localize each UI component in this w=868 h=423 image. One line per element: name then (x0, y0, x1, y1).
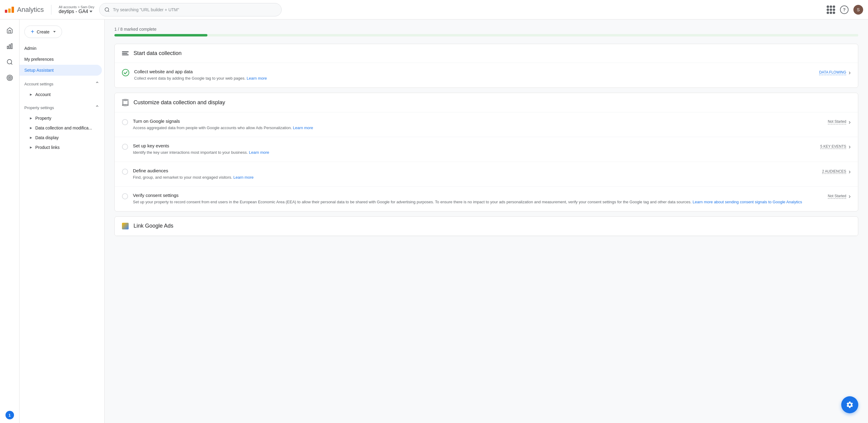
signals-learn-more-link[interactable]: Learn more (293, 126, 313, 130)
audiences-learn-more-link[interactable]: Learn more (233, 175, 253, 180)
create-button[interactable]: + Create (24, 26, 62, 38)
card-header-google-ads: Link Google Ads (115, 217, 858, 236)
search-bar[interactable]: Try searching "URL builder + UTM" (99, 3, 282, 17)
sidebar-item-product-links[interactable]: ► Product links (20, 142, 104, 152)
settings-fab[interactable] (841, 396, 858, 413)
app-name: Analytics (17, 6, 44, 14)
create-dropdown-icon (53, 31, 56, 33)
sidebar-item-setup-assistant[interactable]: Setup Assistant (20, 65, 102, 76)
section2-title: Customize data collection and display (133, 99, 225, 106)
consent-status: Not Started › (828, 193, 851, 200)
search-icon (104, 7, 110, 12)
search-explore-icon (6, 59, 13, 65)
account-label: Account (35, 92, 51, 97)
setup-assistant-label: Setup Assistant (24, 68, 54, 73)
logo-icon (5, 7, 14, 13)
key-events-status: 5 KEY EVENTS › (820, 143, 851, 150)
account-expand-icon: ► (29, 92, 33, 97)
consent-chevron-icon: › (848, 193, 851, 200)
nav-advertising-button[interactable] (2, 70, 17, 85)
consent-content: Verify consent settings Set up your prop… (133, 193, 823, 205)
sidebar-item-data-collection[interactable]: ► Data collection and modifica... (20, 123, 104, 133)
key-events-status-text: 5 KEY EVENTS (820, 144, 846, 149)
svg-line-6 (11, 63, 12, 64)
svg-point-0 (105, 8, 108, 11)
audiences-desc: Find, group, and remarket to your most e… (133, 174, 817, 181)
property-settings-section[interactable]: Property settings ⌃ (20, 102, 104, 113)
sidebar: + Create Admin My preferences Setup Assi… (20, 20, 104, 423)
progress-label: 1 / 8 marked complete (114, 27, 858, 32)
signals-desc: Access aggregated data from people with … (133, 125, 823, 131)
apps-icon[interactable] (827, 5, 835, 14)
nav-badge[interactable]: 1 (5, 411, 14, 419)
consent-title: Verify consent settings (133, 193, 823, 198)
header-divider (51, 5, 52, 14)
svg-rect-3 (9, 45, 10, 48)
key-events-desc: Identify the key user interactions most … (133, 150, 815, 156)
data-display-label: Data display (35, 135, 59, 140)
svg-point-5 (7, 60, 11, 64)
sidebar-item-property[interactable]: ► Property (20, 113, 104, 123)
progress-bar-fill (114, 34, 208, 36)
sidebar-item-preferences[interactable]: My preferences (20, 54, 104, 65)
signals-chevron-icon: › (848, 119, 851, 126)
nav-home-button[interactable] (2, 23, 17, 38)
collect-data-row[interactable]: Collect website and app data Collect eve… (115, 63, 858, 88)
signals-content: Turn on Google signals Access aggregated… (133, 119, 823, 131)
header-right: ? S (827, 5, 863, 14)
preferences-label: My preferences (24, 57, 54, 62)
collect-data-chevron-icon: › (848, 69, 851, 76)
consent-status-text: Not Started (828, 194, 846, 199)
collect-data-learn-more-link[interactable]: Learn more (247, 76, 267, 80)
search-placeholder: Try searching "URL builder + UTM" (113, 7, 179, 12)
account-selector[interactable]: All accounts > Sam Dey deytips - GA4 (59, 5, 94, 14)
account-name[interactable]: deytips - GA4 (59, 9, 94, 14)
svg-point-10 (122, 69, 129, 76)
google-ads-icon (122, 223, 129, 229)
consent-row[interactable]: Verify consent settings Set up your prop… (115, 187, 858, 211)
google-signals-row[interactable]: Turn on Google signals Access aggregated… (115, 112, 858, 137)
account-path: All accounts > Sam Dey (59, 5, 94, 9)
collect-data-title: Collect website and app data (134, 69, 814, 74)
collect-data-content: Collect website and app data Collect eve… (134, 69, 814, 82)
collect-data-desc: Collect event data by adding the Google … (134, 75, 814, 82)
consent-learn-more-link[interactable]: Learn more about sending consent signals… (692, 200, 802, 204)
property-settings-collapse-icon[interactable]: ⌃ (95, 104, 99, 111)
svg-line-1 (108, 11, 109, 11)
property-label: Property (35, 116, 52, 121)
audiences-row[interactable]: Define audiences Find, group, and remark… (115, 162, 858, 187)
svg-rect-4 (11, 44, 12, 49)
sidebar-item-account[interactable]: ► Account (20, 90, 104, 99)
collect-data-status: DATA FLOWING › (819, 69, 851, 76)
header: Analytics All accounts > Sam Dey deytips… (0, 0, 868, 20)
nav-explore-button[interactable] (2, 55, 17, 69)
bar-chart-icon (6, 43, 13, 50)
sidebar-item-data-display[interactable]: ► Data display (20, 133, 104, 142)
account-settings-collapse-icon[interactable]: ⌃ (95, 80, 99, 87)
home-icon (6, 27, 13, 34)
audiences-status-text: 2 AUDIENCES (822, 169, 846, 174)
signals-status-text: Not Started (828, 120, 846, 124)
help-icon[interactable]: ? (840, 5, 848, 14)
nav-reports-button[interactable] (2, 39, 17, 54)
data-collection-label: Data collection and modifica... (35, 126, 92, 130)
key-events-row[interactable]: Set up key events Identify the key user … (115, 137, 858, 162)
signals-status: Not Started › (828, 119, 851, 126)
key-events-learn-more-link[interactable]: Learn more (249, 150, 269, 155)
svg-point-9 (9, 77, 10, 78)
sidebar-item-admin[interactable]: Admin (20, 43, 104, 54)
svg-rect-2 (7, 46, 8, 48)
collect-data-status-text: DATA FLOWING (819, 70, 846, 75)
link-google-ads-card: Link Google Ads (114, 216, 858, 236)
key-events-content: Set up key events Identify the key user … (133, 143, 815, 156)
audiences-content: Define audiences Find, group, and remark… (133, 168, 817, 181)
logo-area[interactable]: Analytics (5, 6, 44, 14)
account-settings-section[interactable]: Account settings ⌃ (20, 78, 104, 90)
avatar[interactable]: S (854, 5, 863, 14)
create-plus-icon: + (31, 28, 34, 35)
start-data-collection-card: Start data collection Collect website an… (114, 44, 858, 88)
audiences-radio-icon (122, 169, 128, 175)
account-settings-label: Account settings (24, 82, 53, 86)
nav-icons: 1 (0, 20, 20, 423)
audiences-chevron-icon: › (848, 168, 851, 175)
